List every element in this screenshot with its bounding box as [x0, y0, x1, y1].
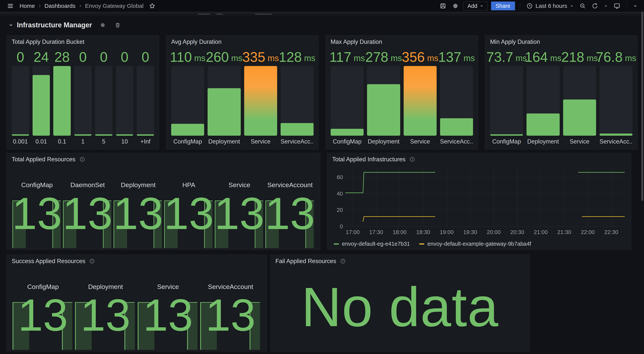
- kiosk-mode-button[interactable]: [612, 1, 622, 10]
- add-button[interactable]: Add: [464, 1, 488, 10]
- bar-value: 356ms: [404, 47, 436, 65]
- bar-fill: [490, 134, 523, 136]
- info-icon[interactable]: [79, 157, 85, 162]
- bar-value-number: 24: [34, 49, 49, 65]
- bar-fill: [95, 134, 112, 136]
- menu-button[interactable]: [5, 1, 15, 10]
- dashboard-settings-button[interactable]: [451, 1, 460, 10]
- scrollbar-thumb[interactable]: [641, 11, 643, 201]
- bar-value-number: 110: [170, 49, 192, 65]
- breadcrumb-dashboards[interactable]: Dashboards: [44, 3, 76, 9]
- svg-text:18:30: 18:30: [416, 229, 430, 235]
- bar-fill: [74, 134, 92, 136]
- bar-value: 278ms: [367, 47, 400, 65]
- time-range-picker[interactable]: Last 6 hours: [525, 2, 575, 9]
- stat-cell-ConfigMap: ConfigMap13: [12, 275, 74, 350]
- bar-value: 73.7ms: [490, 47, 523, 65]
- bar-value-number: 0: [142, 49, 149, 65]
- bar-value: 110ms: [171, 47, 204, 65]
- panel-title[interactable]: Total Applied Infrastructures: [332, 156, 406, 163]
- panel-title[interactable]: Min Apply Duration: [490, 38, 540, 45]
- bar-category-label: 1: [74, 136, 92, 147]
- chevron-right-icon: [78, 4, 82, 8]
- panel-total-apply-duration-bucket: Total Apply Duration Bucket 00.001240.01…: [6, 35, 159, 150]
- svg-text:20:00: 20:00: [487, 229, 501, 235]
- refresh-interval-dropdown[interactable]: [603, 3, 609, 9]
- bar-column-ServiceAcc...: 128msServiceAcc...: [280, 47, 314, 147]
- bar-column-ConfigMap: 73.7msConfigMap: [490, 47, 523, 147]
- grafana-dashboard: Home Dashboards Envoy Gateway Global: [0, 0, 644, 354]
- bar-fill: [440, 118, 473, 136]
- no-data-message: No data: [270, 275, 530, 339]
- bar-column-Service: 335msService: [244, 47, 277, 147]
- bar-category-label: Service: [244, 136, 277, 147]
- bar-fill: [12, 134, 29, 136]
- section-title: Infrastructure Manager: [17, 21, 92, 29]
- info-icon[interactable]: [89, 258, 95, 264]
- bar-fill: [32, 75, 50, 136]
- stat-cell-value: 13: [214, 195, 265, 232]
- share-button[interactable]: Share: [491, 1, 515, 10]
- chevron-down-icon: [480, 4, 484, 8]
- nav-divider: [626, 3, 627, 9]
- breadcrumb-home[interactable]: Home: [20, 3, 35, 9]
- collapse-topnav-button[interactable]: [632, 2, 639, 9]
- time-series-chart: 020406017:0017:3018:0018:3019:0019:3020:…: [332, 166, 626, 242]
- zoom-out-time-button[interactable]: [578, 1, 587, 10]
- bar-column-ConfigMap: 110msConfigMap: [171, 47, 204, 147]
- bar-gauge: 117msConfigMap278msDeployment356msServic…: [330, 47, 473, 147]
- top-nav: Home Dashboards Envoy Gateway Global: [0, 0, 644, 12]
- bar-value: 128ms: [280, 47, 314, 65]
- chevron-down-icon: [604, 4, 608, 8]
- legend-item[interactable]: envoy-default-eg-e41e7b31: [334, 241, 410, 247]
- bar-fill: [171, 124, 204, 136]
- row-header-infrastructure-manager[interactable]: Infrastructure Manager: [8, 21, 121, 29]
- bar-value-unit: ms: [304, 51, 316, 65]
- info-icon[interactable]: [340, 258, 346, 264]
- bar-track: [404, 66, 436, 136]
- star-icon: [149, 3, 156, 9]
- bar-fill: [137, 134, 154, 136]
- chevron-down-icon: [633, 4, 638, 8]
- panel-title[interactable]: Max Apply Duration: [330, 38, 382, 45]
- row-delete-trash-icon[interactable]: [114, 22, 121, 28]
- refresh-button[interactable]: [590, 1, 599, 10]
- stat-cell-value: 13: [74, 297, 137, 334]
- stat-cell-label: Deployment: [74, 283, 137, 291]
- bar-column-Deployment: 278msDeployment: [367, 47, 400, 147]
- stat-cell-value: 13: [164, 195, 214, 232]
- bar-category-label: +Inf: [137, 136, 154, 147]
- bar-column-Deployment: 260msDeployment: [208, 47, 240, 147]
- gear-icon: [452, 2, 459, 9]
- bar-gauge: 110msConfigMap260msDeployment335msServic…: [171, 47, 314, 147]
- bar-category-label: ConfigMap: [171, 136, 204, 147]
- stat-cell-Service: Service13: [137, 275, 199, 350]
- legend-item[interactable]: envoy-default-example-gateway-9b7aba4f: [419, 241, 531, 247]
- panel-title[interactable]: Total Apply Duration Bucket: [12, 38, 84, 45]
- panel-title[interactable]: Total Applied Resources: [12, 156, 76, 163]
- panel-title[interactable]: Success Applied Resources: [12, 258, 85, 265]
- bar-track: [74, 66, 92, 136]
- bar-fill: [404, 66, 436, 136]
- bar-track: [12, 66, 29, 136]
- svg-text:17:00: 17:00: [346, 229, 360, 235]
- svg-text:20:30: 20:30: [510, 229, 524, 235]
- row-settings-gear-icon[interactable]: [100, 22, 106, 28]
- bar-value: 0: [116, 47, 134, 65]
- bar-track: [208, 66, 240, 136]
- bar-track: [563, 66, 596, 136]
- save-dashboard-button[interactable]: [438, 1, 447, 10]
- breadcrumb-current-dashboard[interactable]: Envoy Gateway Global: [85, 3, 144, 9]
- bar-category-label: ServiceAcc...: [600, 136, 632, 147]
- save-icon: [440, 3, 446, 9]
- panel-title[interactable]: Avg Apply Duration: [171, 38, 222, 45]
- stat-cell-label: ConfigMap: [12, 283, 74, 291]
- bar-value-unit: ms: [427, 51, 438, 65]
- favorite-button[interactable]: [148, 1, 156, 10]
- panel-title[interactable]: Fail Applied Resources: [276, 258, 336, 265]
- stat-cell-label: DaemonSet: [62, 181, 113, 189]
- info-icon[interactable]: [410, 157, 415, 162]
- bar-track: [244, 66, 277, 136]
- series-line: [346, 173, 435, 193]
- clipped-content-dash: [216, 13, 223, 14]
